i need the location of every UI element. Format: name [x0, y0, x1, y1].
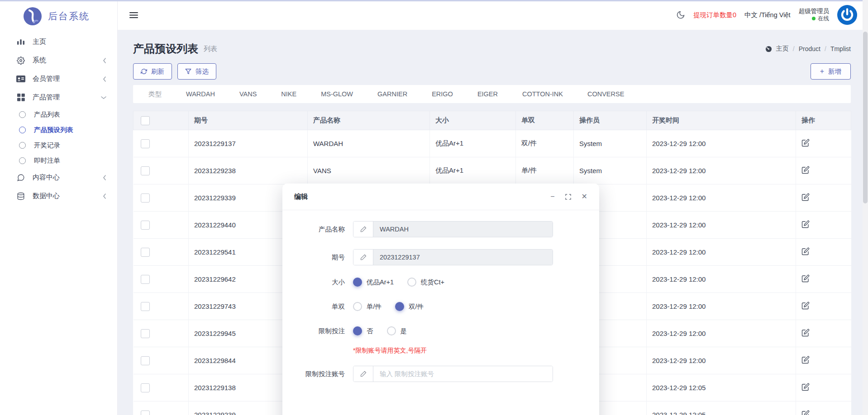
breadcrumb-home[interactable]: 主页 — [776, 45, 789, 53]
edit-row-icon[interactable] — [801, 356, 810, 364]
edit-row-icon[interactable] — [801, 193, 810, 201]
tab-item[interactable]: ERIGO — [432, 90, 453, 98]
row-checkbox[interactable] — [141, 383, 150, 392]
radio-parity-option-2[interactable]: 双/件 — [395, 302, 424, 311]
row-checkbox[interactable] — [141, 193, 150, 203]
edit-row-icon[interactable] — [801, 220, 810, 228]
tab-item[interactable]: COTTON-INK — [522, 90, 563, 98]
form-row-issue: 期号 — [282, 249, 599, 265]
row-checkbox[interactable] — [141, 329, 150, 338]
cell-draw-time: 2023-12-29 12:05 — [647, 401, 796, 415]
breadcrumb-product[interactable]: Product — [799, 45, 820, 52]
field-label: 限制投注 — [282, 327, 345, 335]
field-label: 期号 — [282, 253, 345, 262]
page-scrollbar[interactable] — [863, 0, 868, 415]
issue-input[interactable] — [373, 250, 553, 265]
form-row-size: 大小 优品Ar+1 统货Ct+ — [282, 277, 599, 287]
sidebar-item-members[interactable]: 会员管理 — [0, 70, 117, 88]
table-header-row: 期号 产品名称 大小 单双 操作员 开奖时间 操作 — [134, 111, 851, 130]
edit-row-icon[interactable] — [801, 166, 810, 174]
select-all-checkbox[interactable] — [141, 116, 150, 125]
brand-logo[interactable]: 后台系统 — [0, 0, 117, 33]
col-size: 大小 — [430, 111, 516, 130]
sidebar-item-home[interactable]: 主页 — [0, 33, 117, 51]
col-operator: 操作员 — [574, 111, 647, 130]
fullscreen-icon[interactable] — [565, 194, 571, 200]
edit-row-icon[interactable] — [801, 410, 810, 415]
field-label: 产品名称 — [282, 225, 345, 234]
sidebar-subitem-label: 产品预设列表 — [34, 126, 73, 134]
modal-header[interactable]: 编辑 − ✕ — [282, 184, 599, 210]
edit-row-icon[interactable] — [801, 247, 810, 255]
tab-item[interactable]: MS-GLOW — [321, 90, 353, 98]
breadcrumb-separator: / — [793, 45, 795, 52]
tab-item[interactable]: VANS — [239, 90, 257, 98]
limit-account-input[interactable] — [373, 366, 553, 382]
sidebar-item-system[interactable]: 系统 — [0, 51, 117, 70]
edit-row-icon[interactable] — [801, 139, 810, 147]
filter-button[interactable]: 筛选 — [177, 63, 216, 80]
cell-draw-time: 2023-12-29 12:00 — [647, 157, 796, 184]
sidebar-item-label: 会员管理 — [33, 75, 60, 83]
edit-row-icon[interactable] — [801, 329, 810, 337]
circle-icon — [19, 157, 26, 164]
bar-chart-icon — [16, 38, 25, 47]
col-parity: 单双 — [516, 111, 574, 130]
tab-item[interactable]: 类型 — [148, 90, 162, 99]
radio-selected-icon — [353, 278, 362, 287]
radio-unselected-icon — [407, 278, 416, 287]
close-icon[interactable]: ✕ — [582, 193, 587, 200]
withdraw-notice-link[interactable]: 提现订单数量0 — [693, 11, 736, 19]
avatar[interactable] — [837, 5, 857, 25]
sidebar-subitem-live-orders[interactable]: 即时注单 — [0, 153, 117, 168]
edit-row-icon[interactable] — [801, 274, 810, 283]
sidebar-subitem-draw-records[interactable]: 开奖记录 — [0, 137, 117, 153]
radio-parity-option-1[interactable]: 单/件 — [353, 302, 382, 311]
sidebar-item-content-center[interactable]: 内容中心 — [0, 168, 117, 187]
cell-parity: 双/件 — [516, 130, 574, 157]
product-name-input[interactable] — [373, 222, 553, 237]
add-button[interactable]: + 新增 — [811, 63, 851, 80]
radio-size-option-2[interactable]: 统货Ct+ — [407, 278, 444, 287]
row-checkbox[interactable] — [141, 221, 150, 230]
radio-selected-icon — [395, 302, 404, 311]
sidebar: 后台系统 主页 系统 会员管 — [0, 0, 118, 415]
language-switcher[interactable]: 中文 /Tiếng Việt — [744, 11, 791, 19]
tab-item[interactable]: GARNIER — [377, 90, 407, 98]
radio-limit-option-2[interactable]: 是 — [387, 326, 407, 335]
dark-mode-icon[interactable] — [676, 10, 685, 19]
row-checkbox[interactable] — [141, 248, 150, 257]
tab-item[interactable]: EIGER — [477, 90, 498, 98]
pencil-icon — [353, 366, 373, 382]
row-checkbox[interactable] — [141, 275, 150, 284]
top-header: 提现订单数量0 中文 /Tiếng Việt 超级管理员 在线 — [118, 0, 868, 30]
sidebar-subitem-label: 产品列表 — [34, 110, 60, 119]
row-checkbox[interactable] — [141, 410, 150, 415]
sidebar-item-products[interactable]: 产品管理 — [0, 88, 117, 107]
edit-row-icon[interactable] — [801, 302, 810, 310]
sidebar-subitem-product-preset-list[interactable]: 产品预设列表 — [0, 122, 117, 137]
sidebar-item-label: 数据中心 — [33, 192, 60, 200]
col-actions: 操作 — [796, 111, 851, 130]
cell-size: 优品Ar+1 — [430, 130, 516, 157]
tab-item[interactable]: WARDAH — [186, 90, 215, 98]
row-checkbox[interactable] — [141, 302, 150, 311]
cell-operator: System — [574, 157, 647, 184]
refresh-button[interactable]: 刷新 — [133, 63, 172, 80]
minimize-icon[interactable]: − — [550, 193, 554, 200]
edit-row-icon[interactable] — [801, 383, 810, 391]
radio-size-option-1[interactable]: 优品Ar+1 — [353, 278, 394, 287]
sidebar-item-data-center[interactable]: 数据中心 — [0, 187, 117, 205]
dashboard-icon — [765, 46, 772, 52]
tab-item[interactable]: NIKE — [281, 90, 296, 98]
scrollbar-thumb[interactable] — [863, 32, 868, 203]
row-checkbox[interactable] — [141, 166, 150, 175]
cell-draw-time: 2023-12-29 12:00 — [647, 212, 796, 239]
row-checkbox[interactable] — [141, 356, 150, 365]
tab-item[interactable]: CONVERSE — [587, 90, 624, 98]
radio-limit-option-1[interactable]: 否 — [353, 326, 373, 335]
menu-toggle-icon[interactable] — [129, 12, 138, 19]
row-checkbox[interactable] — [141, 139, 150, 148]
breadcrumb-tmplist[interactable]: Tmplist — [830, 45, 851, 52]
sidebar-subitem-product-list[interactable]: 产品列表 — [0, 107, 117, 122]
